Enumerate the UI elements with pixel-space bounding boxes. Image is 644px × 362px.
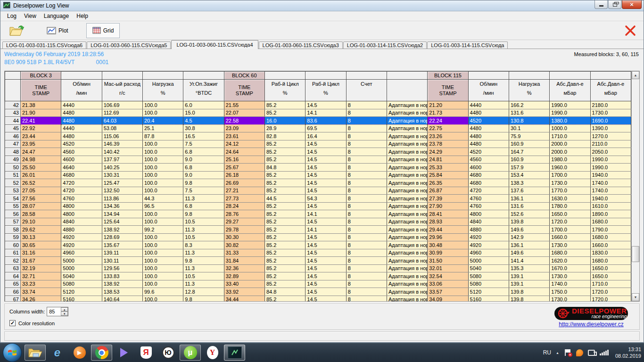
grid-cell[interactable]: 134.94 bbox=[102, 210, 142, 218]
grid-cell[interactable]: 164.7 bbox=[509, 148, 549, 156]
grid-cell[interactable]: 8 bbox=[346, 179, 387, 187]
grid-cell[interactable]: 53.08 bbox=[102, 124, 142, 132]
menu-help[interactable]: Help bbox=[73, 12, 92, 20]
timestamp-cell[interactable]: 29.78 bbox=[224, 226, 264, 234]
grid-cell[interactable]: 5000 bbox=[61, 264, 102, 272]
grid-cell[interactable]: 4560 bbox=[468, 156, 509, 164]
grid-cell[interactable]: 128.69 bbox=[102, 233, 142, 241]
grid-cell[interactable]: 85.2 bbox=[264, 296, 305, 302]
grid-cell[interactable]: 4960 bbox=[61, 249, 102, 257]
grid-cell[interactable]: 4480 bbox=[468, 124, 509, 132]
grid-cell[interactable]: 44.5 bbox=[264, 195, 305, 203]
grid-cell[interactable]: 1710.0 bbox=[590, 280, 631, 288]
grid-cell[interactable]: Адаптация в нор bbox=[387, 241, 427, 249]
grid-cell[interactable]: 9.0 bbox=[183, 171, 224, 179]
table-row[interactable]: 6030.654920135.67100.08.330.8285.214.58А… bbox=[5, 241, 631, 249]
grid-cell[interactable]: 20.4 bbox=[142, 117, 183, 125]
grid-cell[interactable]: 14.5 bbox=[305, 179, 346, 187]
grid-cell[interactable]: 5120 bbox=[468, 288, 509, 296]
grid-cell[interactable]: 146.39 bbox=[102, 140, 142, 148]
timestamp-cell[interactable]: 24.81 bbox=[428, 156, 468, 164]
timestamp-cell[interactable]: 21.55 bbox=[224, 101, 264, 109]
clock[interactable]: 13:31 08.02.2019 bbox=[615, 346, 641, 359]
grid-cell[interactable]: 115.06 bbox=[102, 132, 142, 140]
grid-cell[interactable]: 99.6 bbox=[142, 288, 183, 296]
row-number[interactable]: 65 bbox=[5, 280, 21, 288]
grid-cell[interactable]: 153.4 bbox=[509, 171, 549, 179]
grid-cell[interactable]: 8 bbox=[346, 218, 387, 226]
grid-cell[interactable]: 4480 bbox=[468, 132, 509, 140]
grid-cell[interactable]: 100.0 bbox=[142, 296, 183, 302]
scroll-down-arrow[interactable]: ▼ bbox=[632, 293, 639, 301]
grid-cell[interactable]: 100.0 bbox=[142, 148, 183, 156]
grid-cell[interactable]: 14.1 bbox=[305, 210, 346, 218]
grid-cell[interactable]: 16.5 bbox=[183, 132, 224, 140]
grid-cell[interactable]: 1730.0 bbox=[550, 179, 590, 187]
grid-cell[interactable]: 130.8 bbox=[509, 117, 549, 125]
row-number[interactable]: 49 bbox=[5, 156, 21, 164]
grid-cell[interactable]: Адаптация в нор bbox=[387, 109, 427, 117]
grid-cell[interactable]: 1380.0 bbox=[550, 117, 590, 125]
grid-cell[interactable]: 4520 bbox=[468, 117, 509, 125]
grid-cell[interactable]: 8 bbox=[346, 264, 387, 272]
grid-cell[interactable]: 9.8 bbox=[183, 257, 224, 265]
grid-cell[interactable]: 1740.0 bbox=[550, 280, 590, 288]
grid-cell[interactable]: 4480 bbox=[468, 140, 509, 148]
timestamp-cell[interactable]: 30.13 bbox=[21, 233, 61, 241]
grid-cell[interactable]: 28.9 bbox=[264, 124, 305, 132]
grid-cell[interactable]: 1390.0 bbox=[590, 124, 631, 132]
timestamp-cell[interactable]: 30.65 bbox=[21, 241, 61, 249]
grid-cell[interactable]: 100.0 bbox=[142, 171, 183, 179]
grid-cell[interactable]: 138.3 bbox=[509, 179, 549, 187]
grid-cell[interactable]: 131.6 bbox=[509, 109, 549, 117]
grid-cell[interactable]: 4480 bbox=[61, 117, 102, 125]
table-row[interactable]: 5930.134920128.69100.010.530.3085.214.58… bbox=[5, 233, 631, 241]
grid-cell[interactable]: 142.9 bbox=[509, 233, 549, 241]
grid-cell[interactable]: 4560 bbox=[61, 148, 102, 156]
grid-cell[interactable]: 125.64 bbox=[102, 218, 142, 226]
grid-cell[interactable]: 85.2 bbox=[264, 280, 305, 288]
timestamp-cell[interactable]: 33.40 bbox=[224, 280, 264, 288]
grid-cell[interactable]: 1650.0 bbox=[590, 272, 631, 280]
table-row[interactable]: 6332.195000129.56100.011.332.3685.214.58… bbox=[5, 264, 631, 272]
grid-cell[interactable]: 14.5 bbox=[305, 257, 346, 265]
grid-cell[interactable]: 1680.0 bbox=[590, 218, 631, 226]
timestamp-cell[interactable]: 24.29 bbox=[428, 148, 468, 156]
grid-cell[interactable]: 138.92 bbox=[102, 280, 142, 288]
tab-1[interactable]: LOG-01-003-031-115.CSVсюда6 bbox=[2, 41, 86, 49]
grid-cell[interactable]: 4800 bbox=[468, 210, 509, 218]
timestamp-cell[interactable]: 24.64 bbox=[224, 148, 264, 156]
grid-cell[interactable]: Адаптация в нор bbox=[387, 218, 427, 226]
table-row[interactable]: 5025.504640140.25100.06.825.6784.814.58А… bbox=[5, 164, 631, 172]
grid-cell[interactable]: 4600 bbox=[468, 164, 509, 172]
timestamp-cell[interactable]: 34.44 bbox=[224, 296, 264, 302]
table-row[interactable]: 6533.235080138.92100.011.333.4085.214.58… bbox=[5, 280, 631, 288]
grid-cell[interactable]: 1730.0 bbox=[550, 272, 590, 280]
grid-cell[interactable]: 1940.0 bbox=[590, 195, 631, 203]
grid-cell[interactable]: 1700.0 bbox=[550, 171, 590, 179]
table-row[interactable]: 4522.92444053.0825.130.823.0928.969.58Ад… bbox=[5, 124, 631, 132]
grid-cell[interactable]: 140.42 bbox=[102, 148, 142, 156]
taskbar-yandex-browser[interactable]: Я bbox=[135, 345, 157, 361]
grid-cell[interactable]: 100.0 bbox=[142, 179, 183, 187]
grid-cell[interactable]: 14.5 bbox=[305, 272, 346, 280]
grid-cell[interactable]: 4920 bbox=[468, 233, 509, 241]
grid-cell[interactable]: 1660.0 bbox=[590, 241, 631, 249]
table-row[interactable]: 4422.41448064.0320.44.522.5816.083.68Ада… bbox=[5, 117, 631, 125]
timestamp-cell[interactable]: 31.33 bbox=[224, 249, 264, 257]
timestamp-cell[interactable]: 32.89 bbox=[224, 272, 264, 280]
timestamp-cell[interactable]: 27.56 bbox=[21, 195, 61, 203]
table-row[interactable]: 5226.524720125.47100.09.826.6985.214.58А… bbox=[5, 179, 631, 187]
timestamp-cell[interactable]: 29.96 bbox=[428, 233, 468, 241]
grid-cell[interactable]: 1670.0 bbox=[550, 264, 590, 272]
timestamp-cell[interactable]: 22.07 bbox=[224, 109, 264, 117]
timestamp-cell[interactable]: 26.18 bbox=[224, 171, 264, 179]
table-row[interactable]: 6131.164960139.11100.011.331.3385.214.58… bbox=[5, 249, 631, 257]
close-log-button[interactable] bbox=[621, 25, 640, 37]
grid-cell[interactable]: 137.97 bbox=[102, 156, 142, 164]
grid-cell[interactable]: 11.3 bbox=[183, 249, 224, 257]
grid-cell[interactable]: 14.5 bbox=[305, 101, 346, 109]
timestamp-cell[interactable]: 33.92 bbox=[224, 288, 264, 296]
grid-cell[interactable]: 4720 bbox=[61, 179, 102, 187]
timestamp-cell[interactable]: 32.36 bbox=[224, 264, 264, 272]
